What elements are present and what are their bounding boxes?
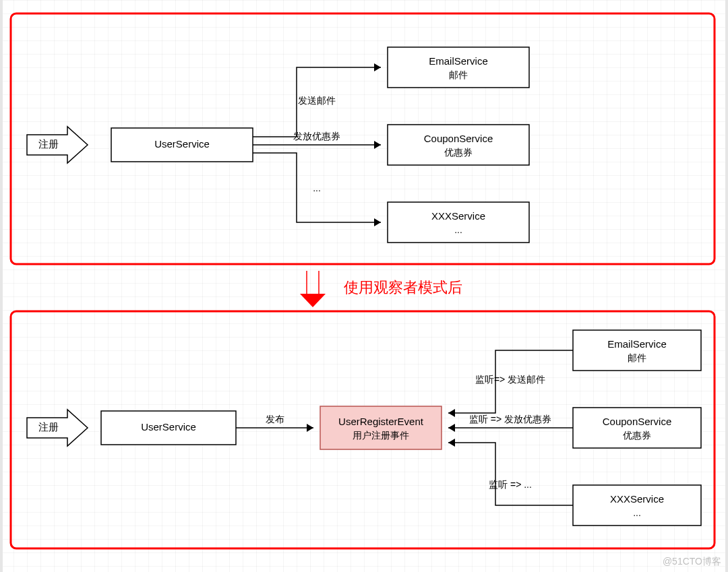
xxx-service-name-top: XXXService [431, 210, 485, 222]
listen-email-label: 监听=> 发送邮件 [475, 374, 545, 385]
svg-marker-11 [300, 294, 326, 307]
svg-rect-19 [573, 485, 701, 526]
register-arrow-bottom: 注册 [27, 410, 88, 446]
xxx-service-bottom: XXXService ... [573, 485, 701, 526]
edge-send-email: 发送邮件 [253, 63, 381, 137]
edge-etc: ... [253, 153, 381, 226]
svg-rect-17 [573, 330, 701, 371]
middle-caption: 使用观察者模式后 [344, 279, 462, 296]
middle-down-arrow: 使用观察者模式后 [300, 271, 462, 307]
svg-rect-16 [320, 406, 442, 449]
email-service-sub-bottom: 邮件 [628, 352, 646, 363]
event-name: UserRegisterEvent [338, 416, 424, 427]
publish-label: 发布 [266, 414, 284, 424]
svg-marker-22 [448, 424, 455, 432]
xxx-service-sub-bottom: ... [633, 507, 641, 518]
svg-rect-3 [388, 125, 529, 165]
edge-listen-email: 监听=> 发送邮件 [448, 350, 573, 417]
email-service-name-bottom: EmailService [607, 338, 667, 350]
svg-rect-2 [388, 47, 529, 88]
edge-listen-coupon: 监听 => 发放优惠券 [448, 414, 573, 432]
coupon-service-top: CouponService 优惠券 [388, 125, 529, 165]
xxx-service-top: XXXService ... [388, 202, 529, 243]
svg-marker-23 [448, 439, 455, 447]
coupon-service-name-top: CouponService [424, 133, 493, 144]
register-label-top: 注册 [38, 138, 59, 150]
xxx-service-sub-top: ... [454, 224, 462, 235]
user-service-bottom: UserService [101, 411, 236, 445]
email-service-name-top: EmailService [429, 55, 488, 67]
listen-etc-label: 监听 => ... [489, 479, 532, 490]
edge-listen-etc: 监听 => ... [448, 439, 573, 505]
svg-marker-15 [307, 424, 313, 432]
svg-rect-18 [573, 408, 701, 448]
watermark: @51CTO博客 [663, 556, 721, 568]
user-service-label-bottom: UserService [141, 421, 196, 433]
diagram-svg: 注册 UserService EmailService 邮件 CouponSer… [0, 0, 728, 572]
register-label-bottom: 注册 [38, 421, 59, 433]
svg-marker-20 [448, 409, 455, 417]
email-service-sub-top: 邮件 [449, 69, 468, 80]
svg-marker-5 [374, 63, 381, 71]
edge-give-coupon: 发放优惠券 [253, 131, 381, 149]
user-service-top: UserService [111, 128, 253, 162]
edge-publish: 发布 [236, 414, 313, 432]
coupon-service-sub-top: 优惠券 [444, 147, 473, 158]
email-service-bottom: EmailService 邮件 [573, 330, 701, 371]
register-arrow-top: 注册 [27, 127, 88, 163]
svg-marker-8 [374, 218, 381, 226]
edge-send-email-label: 发送邮件 [298, 95, 336, 106]
email-service-top: EmailService 邮件 [388, 47, 529, 88]
svg-rect-4 [388, 202, 529, 243]
event-sub: 用户注册事件 [353, 430, 409, 441]
svg-marker-7 [374, 141, 381, 149]
xxx-service-name-bottom: XXXService [610, 493, 664, 505]
user-register-event: UserRegisterEvent 用户注册事件 [320, 406, 442, 449]
edge-etc-label: ... [313, 183, 321, 193]
coupon-service-sub-bottom: 优惠券 [623, 430, 651, 441]
listen-coupon-label: 监听 => 发放优惠券 [469, 414, 551, 424]
coupon-service-name-bottom: CouponService [603, 416, 672, 427]
edge-give-coupon-label: 发放优惠券 [293, 131, 340, 141]
coupon-service-bottom: CouponService 优惠券 [573, 408, 701, 448]
user-service-label-top: UserService [154, 138, 210, 150]
